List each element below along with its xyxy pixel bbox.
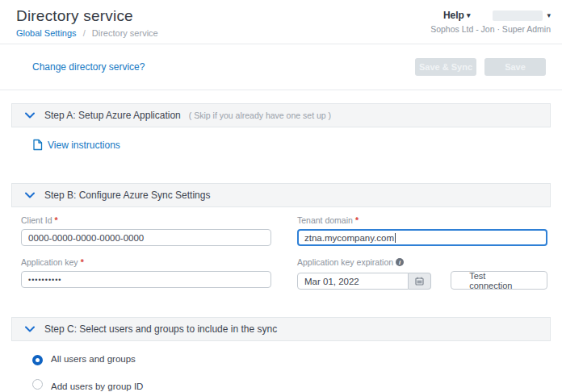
account-subtext: Sophos Ltd - Jon · Super Admin <box>430 24 551 34</box>
document-icon <box>32 139 43 151</box>
change-directory-service-link[interactable]: Change directory service? <box>32 61 145 73</box>
date-picker: Mar 01, 2022 <box>297 273 431 290</box>
account-name-redacted <box>493 10 543 21</box>
help-menu[interactable]: Help ▾ <box>443 10 471 21</box>
step-b-header[interactable]: Step B: Configure Azure Sync Settings <box>11 183 551 207</box>
step-a-body: View instructions <box>11 127 551 170</box>
chevron-down-icon <box>25 112 35 119</box>
application-key-group: Application key * •••••••••• <box>21 257 271 290</box>
caret-down-icon: ▾ <box>467 12 471 19</box>
label-text: Tenant domain <box>297 215 353 225</box>
step-b-form: Client Id * 0000-0000-0000-0000-0000 Ten… <box>11 207 551 304</box>
step-a-header[interactable]: Step A: Setup Azure Application ( Skip i… <box>11 103 551 127</box>
test-connection-button[interactable]: Test connection <box>451 271 547 290</box>
key-expiration-label: Application key expiration i <box>297 257 547 267</box>
client-id-value: 0000-0000-0000-0000-0000 <box>28 233 144 243</box>
client-id-label: Client Id * <box>21 215 271 225</box>
label-text: Client Id <box>21 215 52 225</box>
save-and-sync-button[interactable]: Save & Sync <box>415 58 476 76</box>
client-id-group: Client Id * 0000-0000-0000-0000-0000 <box>21 215 271 246</box>
tenant-domain-label: Tenant domain * <box>297 215 547 225</box>
chevron-down-icon <box>25 326 35 332</box>
section-step-b: Step B: Configure Azure Sync Settings Cl… <box>11 183 551 304</box>
required-marker: * <box>355 215 359 225</box>
header-left: Directory service Global Settings / Dire… <box>16 7 158 38</box>
tenant-domain-group: Tenant domain * ztna.mycompany.com <box>297 215 547 246</box>
step-c-body: All users and groups Add users by group … <box>11 341 551 392</box>
label-text: Application key <box>21 257 78 267</box>
header-right: Help ▾ ▾ Sophos Ltd - Jon · Super Admin <box>430 7 551 34</box>
radio-label: All users and groups <box>51 354 136 364</box>
step-c-header[interactable]: Step C: Select users and groups to inclu… <box>11 317 551 341</box>
label-text: Application key expiration <box>297 257 393 267</box>
radio-unselected-icon[interactable] <box>32 379 43 390</box>
radio-add-users-by-group-id[interactable]: Add users by group ID Will sync all user… <box>32 378 551 392</box>
toolbar-buttons: Save & Sync Save <box>415 58 546 76</box>
page-title: Directory service <box>16 7 158 25</box>
text-cursor <box>395 233 396 243</box>
step-a-hint: ( Skip if you already have one set up ) <box>189 111 331 120</box>
save-button[interactable]: Save <box>484 58 546 76</box>
content: Step A: Setup Azure Application ( Skip i… <box>11 103 551 392</box>
info-icon[interactable]: i <box>396 258 404 266</box>
key-expiration-value: Mar 01, 2022 <box>304 277 359 286</box>
action-toolbar: Change directory service? Save & Sync Sa… <box>0 44 562 90</box>
radio-all-users-and-groups[interactable]: All users and groups <box>32 354 551 365</box>
help-label: Help <box>443 10 464 21</box>
client-id-input[interactable]: 0000-0000-0000-0000-0000 <box>21 229 271 246</box>
required-marker: * <box>55 215 58 225</box>
account-menu[interactable]: ▾ <box>493 10 551 21</box>
breadcrumb-global-settings[interactable]: Global Settings <box>16 28 77 38</box>
section-step-c: Step C: Select users and groups to inclu… <box>11 317 551 392</box>
key-expiration-group: Application key expiration i Mar 01, 202… <box>297 257 547 290</box>
view-instructions-label: View instructions <box>48 140 120 151</box>
application-key-value: •••••••••• <box>28 276 62 284</box>
breadcrumb: Global Settings / Directory service <box>16 28 158 38</box>
application-key-label: Application key * <box>21 257 271 267</box>
tenant-domain-value: ztna.mycompany.com <box>304 233 394 243</box>
caret-down-icon: ▾ <box>547 12 551 19</box>
tenant-domain-input[interactable]: ztna.mycompany.com <box>297 229 547 246</box>
key-expiration-input[interactable]: Mar 01, 2022 <box>297 273 409 290</box>
view-instructions-link[interactable]: View instructions <box>32 139 120 151</box>
step-c-title: Step C: Select users and groups to inclu… <box>44 323 277 335</box>
breadcrumb-separator: / <box>83 28 86 38</box>
radio-selected-icon[interactable] <box>32 355 43 365</box>
calendar-icon <box>415 277 424 286</box>
radio-label: Add users by group ID <box>51 382 143 391</box>
step-b-title: Step B: Configure Azure Sync Settings <box>44 190 210 201</box>
chevron-down-icon <box>25 192 35 198</box>
section-step-a: Step A: Setup Azure Application ( Skip i… <box>11 103 551 170</box>
step-a-title: Step A: Setup Azure Application <box>44 110 181 121</box>
calendar-button[interactable] <box>409 273 431 290</box>
key-expiration-row: Mar 01, 2022 Test connection <box>297 271 547 290</box>
application-key-input[interactable]: •••••••••• <box>21 271 271 288</box>
page-header: Directory service Global Settings / Dire… <box>0 0 562 44</box>
required-marker: * <box>81 257 84 267</box>
breadcrumb-current: Directory service <box>92 28 158 38</box>
